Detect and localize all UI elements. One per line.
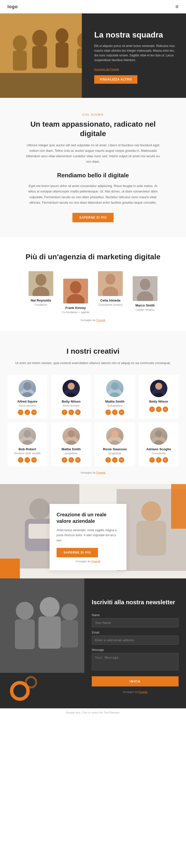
linkedin-icon[interactable]: in bbox=[75, 457, 81, 463]
form-group-email: Email bbox=[92, 631, 179, 645]
freepik-link-newsletter[interactable]: Freepik bbox=[138, 690, 148, 693]
creativi-card-alfred: Alfred Squire Socio anziano f t in bbox=[7, 375, 47, 418]
name-input[interactable] bbox=[92, 618, 179, 627]
newsletter-circle-decoration2 bbox=[25, 676, 37, 688]
chi-siamo-text1: Ultrices integer quis auctor elit sed vu… bbox=[25, 143, 161, 164]
svg-rect-52 bbox=[137, 521, 166, 556]
value-orange-decoration2 bbox=[171, 484, 186, 529]
value-orange-decoration bbox=[0, 559, 20, 579]
section-agency: Più di un'agenzia di marketing digitale … bbox=[0, 237, 186, 332]
facebook-icon[interactable]: f bbox=[105, 409, 111, 415]
team-member-frank: Frank Kinney Co-fondatore + agente bbox=[60, 279, 92, 314]
creativi-name-mattia2: Mattia Smith bbox=[62, 447, 81, 451]
creativi-name-adriano: Adriano Scoglio bbox=[146, 447, 171, 451]
twitter-icon[interactable]: t bbox=[112, 457, 117, 463]
team-photo-nat bbox=[29, 271, 53, 296]
email-input[interactable] bbox=[92, 636, 179, 645]
team-row: Nat Reynolds Fondatore Frank Kinney Co-f… bbox=[7, 271, 179, 314]
facebook-icon[interactable]: f bbox=[62, 457, 67, 463]
facebook-icon[interactable]: f bbox=[149, 407, 155, 412]
twitter-icon[interactable]: t bbox=[69, 409, 74, 415]
svg-point-23 bbox=[23, 382, 31, 390]
twitter-icon[interactable]: t bbox=[156, 407, 161, 412]
creativi-photo-mattia1 bbox=[106, 380, 123, 397]
team-name-celia: Celia Almeda bbox=[100, 299, 120, 302]
social-icons-adriano: f t in bbox=[149, 457, 168, 463]
name-label: Name bbox=[92, 614, 179, 617]
team-photo-frank-inner bbox=[63, 279, 88, 304]
svg-rect-6 bbox=[55, 43, 69, 67]
creativi-role-mattia2: progettista bbox=[65, 452, 77, 455]
facebook-icon[interactable]: f bbox=[149, 457, 155, 463]
value-cta-button[interactable]: SAPERNE DI PIÙ bbox=[57, 548, 98, 557]
facebook-icon[interactable]: f bbox=[105, 457, 111, 463]
team-photo-celia bbox=[98, 271, 123, 296]
svg-point-20 bbox=[140, 279, 150, 290]
svg-rect-4 bbox=[32, 46, 47, 68]
linkedin-icon[interactable]: in bbox=[163, 407, 168, 412]
creativi-card-mattia2: Mattia Smith progettista f t in bbox=[51, 423, 91, 466]
hamburger-menu-icon[interactable]: ≡ bbox=[175, 3, 179, 10]
linkedin-icon[interactable]: in bbox=[75, 409, 81, 415]
linkedin-icon[interactable]: in bbox=[31, 409, 37, 415]
svg-point-3 bbox=[32, 30, 47, 47]
svg-rect-57 bbox=[38, 616, 61, 649]
section-value: Creazione di un reale valore aziendale A… bbox=[0, 484, 186, 579]
message-textarea[interactable] bbox=[92, 653, 179, 670]
creativi-card-roxie: Roxie Swanson progettista f t in bbox=[95, 423, 135, 466]
team-member-celia: Celia Almeda Consulente creativo bbox=[94, 271, 126, 306]
svg-point-26 bbox=[68, 383, 75, 390]
team-role-marco: Leader creativo bbox=[136, 308, 154, 311]
team-photo-frank bbox=[63, 279, 88, 304]
hero-description: Elit ut aliquam purus sit amet luctus ve… bbox=[94, 44, 176, 63]
section-creativi: I nostri creativi Ut enim ad minim venia… bbox=[0, 332, 186, 484]
linkedin-icon[interactable]: in bbox=[31, 457, 37, 463]
linkedin-icon[interactable]: in bbox=[119, 409, 124, 415]
team-name-nat: Nat Reynolds bbox=[31, 299, 51, 302]
form-group-name: Name bbox=[92, 614, 179, 627]
creativi-role-bob: Direttore delle vendite bbox=[14, 452, 41, 455]
svg-point-17 bbox=[105, 274, 115, 285]
social-icons-roxie: f t in bbox=[105, 457, 124, 463]
linkedin-icon[interactable]: in bbox=[119, 457, 124, 463]
facebook-icon[interactable]: f bbox=[62, 409, 67, 415]
chi-siamo-title: Un team appassionato, radicato nel digit… bbox=[25, 120, 161, 138]
creativi-photo-bob bbox=[18, 427, 36, 445]
twitter-icon[interactable]: t bbox=[69, 457, 74, 463]
linkedin-icon[interactable]: in bbox=[163, 457, 168, 463]
agency-freepik-credit: Immagini da Freepik bbox=[7, 319, 179, 321]
svg-rect-59 bbox=[61, 620, 78, 647]
svg-rect-49 bbox=[29, 524, 51, 539]
creativi-name-roxie: Roxie Swanson bbox=[103, 447, 127, 451]
twitter-icon[interactable]: t bbox=[25, 409, 30, 415]
facebook-icon[interactable]: f bbox=[18, 409, 23, 415]
freepik-link-value[interactable]: Freepik bbox=[91, 560, 101, 563]
section-chi-siamo: Chi siamo Un team appassionato, radicato… bbox=[0, 98, 186, 237]
social-icons-alfred: f t in bbox=[18, 409, 37, 415]
team-name-frank: Frank Kinney bbox=[66, 306, 86, 310]
social-icons-betty2: f t in bbox=[149, 407, 168, 412]
creativi-role-adriano: Consulente bbox=[152, 452, 166, 455]
creativi-card-bob: Bob Robert Direttore delle vendite f t i… bbox=[7, 423, 47, 466]
team-photo-celia-inner bbox=[98, 271, 123, 296]
email-label: Email bbox=[92, 631, 179, 634]
facebook-icon[interactable]: f bbox=[18, 457, 23, 463]
team-photo-nat-inner bbox=[29, 271, 53, 296]
twitter-icon[interactable]: t bbox=[25, 457, 30, 463]
section-newsletter: Iscriviti alla nostra newsletter Name Em… bbox=[0, 579, 186, 708]
team-role-frank: Co-fondatore + agente bbox=[62, 311, 89, 314]
newsletter-content: Iscriviti alla nostra newsletter Name Em… bbox=[87, 593, 179, 693]
twitter-icon[interactable]: t bbox=[112, 409, 117, 415]
form-group-message: Message bbox=[92, 648, 179, 671]
creativi-role-alfred: Socio anziano bbox=[19, 404, 36, 407]
logo: logo bbox=[7, 4, 18, 9]
hero-cta-button[interactable]: VISUALIZZA ALTRO bbox=[94, 75, 137, 84]
chi-siamo-subtitle: Rendiamo bello il digitale bbox=[25, 172, 161, 179]
twitter-icon[interactable]: t bbox=[156, 457, 161, 463]
site-footer: Sample text. Click to select the Text El… bbox=[0, 708, 186, 716]
newsletter-submit-button[interactable]: INVIA bbox=[92, 676, 179, 686]
freepik-link-creativi[interactable]: Freepik bbox=[96, 471, 105, 474]
freepik-link[interactable]: Freepik bbox=[110, 68, 119, 71]
chi-siamo-cta-button[interactable]: SAPERNE DI PIÙ bbox=[72, 213, 114, 222]
freepik-link[interactable]: Freepik bbox=[96, 319, 105, 321]
